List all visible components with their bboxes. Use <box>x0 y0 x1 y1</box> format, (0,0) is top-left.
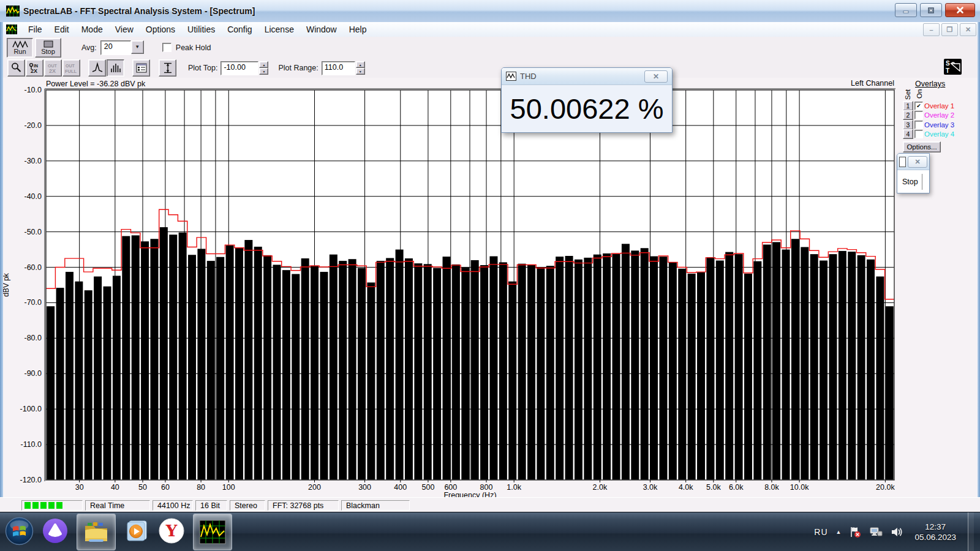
spin-up-icon[interactable]: ▲ <box>356 61 365 68</box>
language-indicator[interactable]: RU <box>814 527 827 537</box>
overlay-set-button-3[interactable]: 3 <box>903 120 913 130</box>
taskbar: Y RU ▲ <box>0 512 980 551</box>
network-icon[interactable] <box>869 526 883 538</box>
overlays-set-label: Set <box>904 89 911 100</box>
svg-text:S: S <box>946 60 950 67</box>
level-meter-block <box>24 502 31 509</box>
thd-titlebar[interactable]: THD ✕ <box>502 68 672 85</box>
overlay-set-button-2[interactable]: 2 <box>903 110 913 120</box>
svg-text:2.0k: 2.0k <box>593 483 608 492</box>
action-center-flag-icon[interactable] <box>849 526 861 538</box>
yandex-browser-icon: Y <box>159 518 184 544</box>
thd-close-button[interactable]: ✕ <box>644 70 668 83</box>
output-scale-2x-button[interactable]: OUT2X <box>44 59 62 77</box>
display-options-button[interactable] <box>132 59 150 77</box>
clock[interactable]: 12:37 05.06.2023 <box>914 522 956 542</box>
maximize-button[interactable] <box>920 3 942 17</box>
plot-top-spinner[interactable]: ▲▼ <box>259 61 268 75</box>
close-button[interactable] <box>945 3 975 17</box>
menu-item-file[interactable]: File <box>22 23 48 36</box>
mdi-close-button[interactable]: ✕ <box>960 23 976 36</box>
taskbar-app-explorer[interactable] <box>77 514 116 550</box>
menu-item-edit[interactable]: Edit <box>48 23 75 36</box>
spectrum-plot[interactable]: -10.0-20.0-30.0-40.0-50.0-60.0-70.0-80.0… <box>0 78 980 499</box>
show-desktop-button[interactable] <box>968 512 974 551</box>
overlay-on-checkbox-2[interactable] <box>914 111 923 119</box>
menu-item-utilities[interactable]: Utilities <box>181 23 221 36</box>
y-axis-labels: -10.0-20.0-30.0-40.0-50.0-60.0-70.0-80.0… <box>20 86 42 484</box>
plot-top-input[interactable]: -10.00 <box>221 61 258 75</box>
system-tray: RU ▲ 12:37 05.06.2023 <box>814 512 974 551</box>
status-cell-3: Stereo <box>230 500 265 511</box>
channel-label: Left Channel <box>851 79 894 88</box>
spin-up-icon[interactable]: ▲ <box>259 61 268 68</box>
svg-text:500: 500 <box>422 483 435 492</box>
volume-icon[interactable] <box>891 526 904 538</box>
overlay-on-checkbox-4[interactable] <box>914 130 923 138</box>
peak-hold-checkbox[interactable] <box>162 43 172 52</box>
svg-text:80: 80 <box>197 483 205 492</box>
status-cell-2: 16 Bit <box>195 500 227 511</box>
plot-scale-tool-button[interactable] <box>159 59 176 77</box>
overlay-on-checkbox-3[interactable] <box>914 121 923 129</box>
bar-spectrum-button[interactable] <box>107 59 124 77</box>
svg-text:800: 800 <box>480 483 493 492</box>
mini-stop-button[interactable]: Stop <box>897 174 922 190</box>
status-cell-0: Real Time <box>85 500 150 511</box>
menu-item-mode[interactable]: Mode <box>75 23 109 36</box>
minimize-button[interactable] <box>895 3 917 17</box>
menu-bar: FileEditModeViewOptionsUtilitiesConfigLi… <box>0 22 980 37</box>
overlay-set-button-4[interactable]: 4 <box>903 129 913 139</box>
spin-down-icon[interactable]: ▼ <box>259 68 268 75</box>
output-scale-full-button[interactable]: OUTFULL <box>62 59 80 77</box>
thd-window[interactable]: THD ✕ 50.00622 % <box>501 67 673 133</box>
overlays-options-button[interactable]: Options... <box>903 141 941 152</box>
svg-text:-110.0: -110.0 <box>20 440 42 449</box>
tray-expand-icon[interactable]: ▲ <box>836 529 842 535</box>
overlay-on-checkbox-1[interactable]: ✔ <box>914 102 923 110</box>
alisa-icon <box>42 518 68 544</box>
taskbar-app-spectralab[interactable] <box>193 514 232 550</box>
status-bar: Real Time44100 Hz16 BitStereoFFT: 32768 … <box>0 497 980 512</box>
run-button[interactable]: Run <box>7 38 33 58</box>
thd-title: THD <box>520 72 537 81</box>
start-button[interactable] <box>5 517 34 548</box>
svg-text:4.0k: 4.0k <box>679 483 693 492</box>
level-meter-block <box>40 502 47 509</box>
menu-item-options[interactable]: Options <box>140 23 181 36</box>
overlay-row-1: 1✔Overlay 1 <box>903 101 954 110</box>
overlay-set-button-1[interactable]: 1 <box>903 101 913 111</box>
plot-range-spinner[interactable]: ▲▼ <box>356 61 365 75</box>
svg-text:-100.0: -100.0 <box>20 405 42 413</box>
svg-text:300: 300 <box>358 483 371 492</box>
plot-range-input[interactable]: 110.0 <box>322 61 355 75</box>
zoom-tool-button[interactable] <box>7 59 25 77</box>
line-spectrum-button[interactable] <box>88 59 106 77</box>
mini-window-titlebar[interactable]: ✕ <box>897 154 929 170</box>
menu-item-window[interactable]: Window <box>300 23 343 36</box>
menu-item-view[interactable]: View <box>109 23 140 36</box>
avg-combobox[interactable]: 20 ▼ <box>100 40 144 55</box>
mini-close-button[interactable]: ✕ <box>908 156 927 168</box>
stop-button[interactable]: Stop <box>35 38 61 58</box>
svg-text:6.0k: 6.0k <box>729 483 744 492</box>
mdi-restore-button[interactable]: ❐ <box>941 23 958 36</box>
avg-dropdown-button[interactable]: ▼ <box>131 40 144 54</box>
taskbar-app-alisa[interactable] <box>42 518 68 546</box>
mdi-minimize-button[interactable]: – <box>923 23 940 36</box>
signal-generator-button[interactable]: S T <box>944 59 962 77</box>
peak-curve-icon <box>91 62 104 74</box>
menu-item-config[interactable]: Config <box>221 23 258 36</box>
svg-text:600: 600 <box>444 483 457 492</box>
menu-item-license[interactable]: License <box>258 23 300 36</box>
close-icon <box>956 6 964 14</box>
taskbar-app-media-player[interactable] <box>124 518 150 546</box>
menu-item-help[interactable]: Help <box>343 23 373 36</box>
taskbar-app-yandex-browser[interactable]: Y <box>159 518 184 546</box>
window-title: SpectraLAB - FFT Spectral Analysis Syste… <box>23 6 255 16</box>
input-scale-2x-button[interactable]: IN2X <box>26 59 43 77</box>
spin-down-icon[interactable]: ▼ <box>356 68 365 75</box>
explorer-folder-icon <box>83 520 110 544</box>
svg-text:20.0k: 20.0k <box>876 483 895 492</box>
overlay-label-3: Overlay 3 <box>924 121 954 129</box>
